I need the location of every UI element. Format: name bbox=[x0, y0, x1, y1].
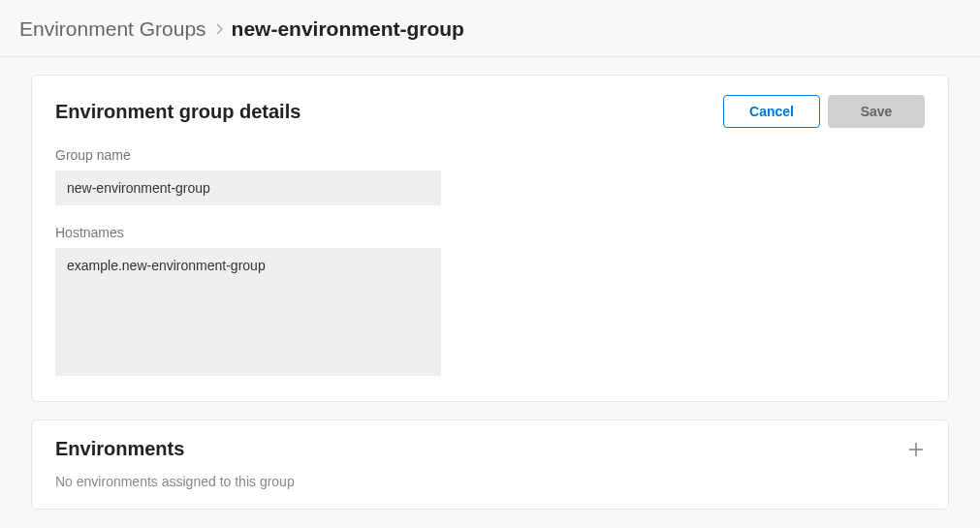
save-button[interactable]: Save bbox=[828, 95, 925, 128]
hostnames-input[interactable] bbox=[55, 248, 441, 376]
hostnames-field: Hostnames bbox=[55, 225, 925, 380]
environments-empty-text: No environments assigned to this group bbox=[55, 474, 925, 489]
breadcrumb: Environment Groups new-environment-group bbox=[19, 17, 961, 41]
details-card-header: Environment group details Cancel Save bbox=[55, 95, 925, 128]
environments-card: Environments No environments assigned to… bbox=[31, 419, 949, 510]
group-name-label: Group name bbox=[55, 147, 925, 163]
breadcrumb-current: new-environment-group bbox=[232, 17, 464, 41]
group-name-field: Group name bbox=[55, 147, 925, 205]
breadcrumb-root-link[interactable]: Environment Groups bbox=[19, 17, 206, 41]
page-content: Environment group details Cancel Save Gr… bbox=[0, 57, 980, 527]
chevron-right-icon bbox=[214, 22, 224, 36]
details-title: Environment group details bbox=[55, 101, 300, 123]
hostnames-label: Hostnames bbox=[55, 225, 925, 240]
add-environment-button[interactable] bbox=[907, 441, 925, 458]
environments-title: Environments bbox=[55, 438, 184, 460]
cancel-button[interactable]: Cancel bbox=[723, 95, 820, 128]
details-card: Environment group details Cancel Save Gr… bbox=[31, 75, 949, 402]
environments-header: Environments bbox=[55, 438, 925, 460]
details-actions: Cancel Save bbox=[723, 95, 925, 128]
group-name-input[interactable] bbox=[55, 171, 441, 205]
page-header: Environment Groups new-environment-group bbox=[0, 0, 980, 57]
